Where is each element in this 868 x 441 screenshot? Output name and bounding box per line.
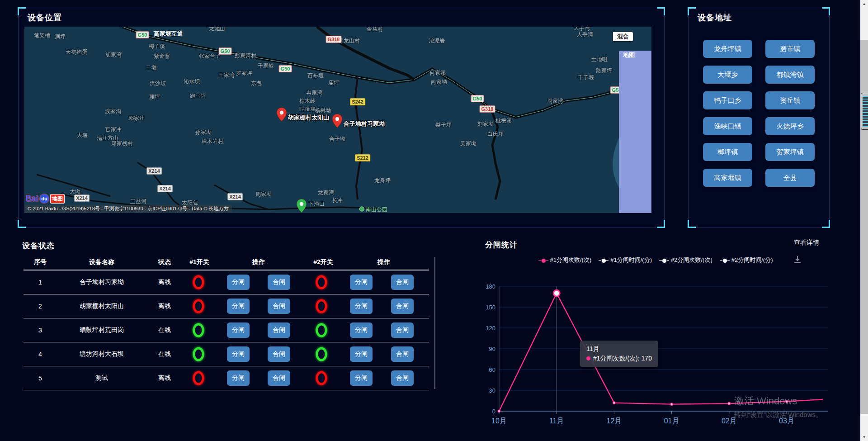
switch1-close-button[interactable]: 合闸 bbox=[268, 299, 290, 314]
switch2-trip-button[interactable]: 分闸 bbox=[350, 322, 373, 338]
switch2-indicator-red bbox=[316, 371, 327, 385]
switch2-close-button[interactable]: 合闸 bbox=[391, 346, 414, 362]
table-header: 序号设备名称状态#1开关操作#2开关操作 bbox=[24, 256, 429, 270]
device-location-title: 设备位置 bbox=[28, 12, 62, 23]
switch1-indicator-green bbox=[193, 347, 204, 361]
address-button-0[interactable]: 龙舟坪镇 bbox=[703, 40, 752, 58]
map-place-label: 笔架槽 bbox=[34, 32, 50, 39]
switch1-trip-button[interactable]: 分闸 bbox=[227, 322, 250, 338]
map-place-label: 土地咀 bbox=[591, 56, 608, 63]
scrollbar-overlay-widget bbox=[861, 93, 868, 130]
map-pin[interactable] bbox=[277, 108, 287, 123]
scrollbar-up-arrow[interactable]: ▲ bbox=[860, 0, 868, 8]
switch2-close-button[interactable]: 合闸 bbox=[391, 322, 414, 338]
address-button-2[interactable]: 大堰乡 bbox=[703, 66, 752, 84]
table-scrollbar[interactable] bbox=[434, 257, 435, 389]
map-place-label: 沱泥岩 bbox=[429, 37, 445, 45]
switch1-trip-button[interactable]: 分闸 bbox=[227, 370, 250, 386]
switch2-trip-button[interactable]: 分闸 bbox=[350, 346, 373, 362]
road-badge-x214: X214 bbox=[74, 194, 90, 202]
map-type-hybrid-button[interactable]: 混合 bbox=[613, 32, 633, 41]
svg-text:10月: 10月 bbox=[491, 417, 507, 425]
cell-device-name: 合子坳村习家坳 bbox=[80, 278, 124, 286]
address-button-9[interactable]: 贺家坪镇 bbox=[765, 143, 815, 161]
map-place-label: 王家湾 bbox=[218, 71, 235, 79]
table-row: 1合子坳村习家坳离线分闸合闸分闸合闸 bbox=[24, 270, 429, 294]
switch2-trip-button[interactable]: 分闸 bbox=[350, 299, 373, 314]
legend-marker bbox=[599, 258, 609, 262]
map-place-label: 清江方山 bbox=[97, 134, 118, 142]
road-badge-x214: X214 bbox=[227, 193, 243, 200]
cell-device-name: 塘坊河村大石坝 bbox=[80, 350, 124, 358]
tooltip-series-dot bbox=[586, 356, 590, 360]
switch1-trip-button[interactable]: 分闸 bbox=[227, 275, 250, 290]
switch2-close-button[interactable]: 合闸 bbox=[391, 275, 414, 290]
switch1-close-button[interactable]: 合闸 bbox=[268, 275, 290, 290]
cell-status: 在线 bbox=[158, 326, 171, 334]
table-body: 1合子坳村习家坳离线分闸合闸分闸合闸2胡家棚村太阳山离线分闸合闸分闸合闸3晒鼓坪… bbox=[24, 270, 429, 390]
map-pin[interactable] bbox=[332, 114, 342, 130]
map-place-label: 龙舟坪 bbox=[374, 177, 391, 185]
address-button-1[interactable]: 磨市镇 bbox=[765, 40, 815, 58]
switch2-close-button[interactable]: 合闸 bbox=[391, 370, 414, 386]
map-place-label: 金益村 bbox=[367, 27, 383, 33]
switch1-trip-button[interactable]: 分闸 bbox=[227, 346, 250, 362]
chart-legend: #1分闸次数/(次)#1分闸时间/(分)#2分闸次数/(次)#2分闸时间/(分) bbox=[479, 256, 832, 264]
address-button-7[interactable]: 火烧坪乡 bbox=[765, 117, 815, 135]
baidu-map[interactable]: 笔架槽洞坪天鹅抱蛋胡家湾梅子溪紫金寨高家堰互通二墩流沙坡腰坪渡家沟邓家庄官家冲郑… bbox=[24, 27, 651, 213]
legend-label: #1分闸次数/(次) bbox=[550, 256, 592, 264]
address-button-5[interactable]: 资丘镇 bbox=[765, 91, 815, 109]
switch1-indicator-red bbox=[193, 299, 204, 313]
svg-text:90: 90 bbox=[489, 346, 495, 352]
view-details-link[interactable]: 查看详情 bbox=[794, 239, 819, 247]
address-button-4[interactable]: 鸭子口乡 bbox=[703, 91, 752, 109]
road-badge-g50: G50 bbox=[219, 47, 232, 55]
watermark-line2: 转到“设置”以激活 Windows。 bbox=[734, 411, 822, 419]
switch1-close-button[interactable]: 合闸 bbox=[268, 346, 290, 362]
map-type-map-button[interactable]: 地图 bbox=[619, 51, 651, 213]
map-place-label: 百步堰 bbox=[307, 72, 324, 80]
legend-item[interactable]: #1分闸次数/(次) bbox=[538, 256, 592, 264]
tooltip-category: 11月 bbox=[586, 344, 652, 354]
map-type-control: 地图 混合 bbox=[613, 32, 633, 41]
column-header: 设备名称 bbox=[89, 258, 114, 266]
legend-item[interactable]: #1分闸时间/(分) bbox=[599, 256, 652, 264]
svg-text:12月: 12月 bbox=[607, 417, 622, 425]
svg-text:11月: 11月 bbox=[549, 417, 564, 425]
column-header: #1开关 bbox=[189, 258, 209, 266]
map-place-label: 流沙坡 bbox=[150, 80, 166, 87]
map-place-label: 二墩 bbox=[146, 64, 156, 71]
switch2-close-button[interactable]: 合闸 bbox=[391, 299, 414, 314]
address-button-6[interactable]: 渔峡口镇 bbox=[703, 117, 752, 135]
legend-label: #2分闸次数/(次) bbox=[671, 256, 712, 264]
device-address-panel: 设备地址 龙舟坪镇磨市镇大堰乡都镇湾镇鸭子口乡资丘镇渔峡口镇火烧坪乡榔坪镇贺家坪… bbox=[688, 8, 830, 228]
svg-text:30: 30 bbox=[489, 387, 495, 394]
cell-status: 离线 bbox=[158, 302, 171, 310]
trip-stats-title: 分闸统计 bbox=[485, 240, 518, 250]
switch1-trip-button[interactable]: 分闸 bbox=[227, 299, 250, 314]
scrollbar-down-arrow[interactable]: ▼ bbox=[860, 433, 868, 441]
address-button-3[interactable]: 都镇湾镇 bbox=[765, 66, 815, 84]
column-header: 操作 bbox=[252, 258, 265, 266]
column-header: #2开关 bbox=[313, 258, 333, 266]
map-pin[interactable] bbox=[297, 199, 307, 213]
map-place-label: 张家台子 bbox=[199, 52, 221, 60]
legend-item[interactable]: #2分闸时间/(分) bbox=[720, 256, 773, 264]
chart-tooltip: 11月#1分闸次数/(次): 170 bbox=[580, 341, 658, 367]
legend-item[interactable]: #2分闸次数/(次) bbox=[659, 256, 712, 264]
address-button-10[interactable]: 高家堰镇 bbox=[703, 169, 752, 187]
address-button-11[interactable]: 全县 bbox=[765, 169, 815, 187]
cell-device-name: 测试 bbox=[95, 374, 108, 382]
page-scrollbar[interactable]: ▲ ▼ bbox=[860, 0, 868, 441]
road-badge-g50: G50 bbox=[279, 65, 292, 72]
switch1-close-button[interactable]: 合闸 bbox=[268, 370, 290, 386]
address-button-8[interactable]: 榔坪镇 bbox=[703, 143, 752, 161]
switch2-trip-button[interactable]: 分闸 bbox=[350, 370, 373, 386]
map-place-label: 龙池山 bbox=[209, 27, 225, 33]
cell-device-name: 胡家棚村太阳山 bbox=[80, 302, 124, 310]
map-pin-label: 胡家棚村太阳山 bbox=[288, 114, 329, 122]
watermark-line1: 激活 Windows bbox=[734, 394, 822, 408]
switch2-trip-button[interactable]: 分闸 bbox=[350, 275, 373, 290]
map-place-label: 跑马坪 bbox=[190, 92, 206, 100]
switch1-close-button[interactable]: 合闸 bbox=[268, 322, 290, 338]
